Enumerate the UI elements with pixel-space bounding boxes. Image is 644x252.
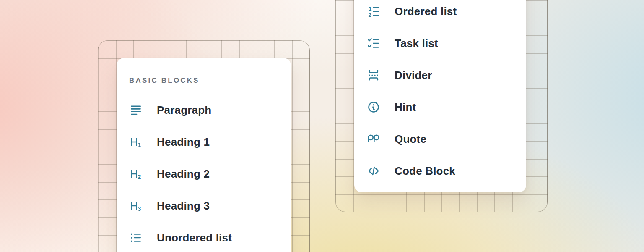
svg-text:2: 2	[138, 173, 141, 180]
menu-item-label: Ordered list	[395, 5, 457, 18]
menu-item-label: Quote	[395, 133, 426, 146]
menu-item-heading-3[interactable]: 3 Heading 3	[129, 199, 291, 213]
svg-text:2: 2	[369, 12, 371, 18]
svg-text:3: 3	[138, 205, 141, 212]
menu-item-hint[interactable]: Hint	[367, 100, 526, 114]
menu-item-code-block[interactable]: Code Block	[367, 164, 526, 178]
task-list-icon	[367, 37, 380, 50]
menu-item-task-list[interactable]: Task list	[367, 37, 526, 50]
menu-item-label: Task list	[395, 37, 438, 50]
divider-icon	[367, 68, 380, 82]
code-block-icon	[367, 164, 380, 178]
block-menu-basic-blocks: BASIC BLOCKS Paragraph 1 Heading 1 2 Hea…	[117, 58, 291, 252]
paragraph-icon	[129, 103, 143, 117]
heading-3-icon: 3	[129, 199, 143, 213]
menu-section-header: BASIC BLOCKS	[129, 76, 291, 85]
menu-item-label: Unordered list	[157, 231, 232, 244]
svg-text:1: 1	[138, 142, 141, 148]
heading-1-icon: 1	[129, 135, 143, 149]
menu-item-quote[interactable]: Quote	[367, 132, 526, 146]
hint-icon	[367, 100, 380, 114]
menu-item-label: Paragraph	[157, 104, 211, 117]
menu-item-label: Heading 1	[157, 136, 210, 149]
unordered-list-icon	[129, 231, 143, 244]
menu-item-paragraph[interactable]: Paragraph	[129, 103, 291, 117]
menu-item-label: Heading 3	[157, 200, 210, 213]
ordered-list-icon: 12	[367, 5, 380, 18]
menu-item-label: Hint	[395, 101, 416, 114]
menu-item-unordered-list[interactable]: Unordered list	[129, 231, 291, 244]
heading-2-icon: 2	[129, 167, 143, 181]
svg-text:1: 1	[369, 6, 371, 12]
menu-item-label: Divider	[395, 69, 432, 82]
menu-item-heading-2[interactable]: 2 Heading 2	[129, 167, 291, 181]
menu-item-ordered-list[interactable]: 12 Ordered list	[367, 5, 526, 18]
menu-item-divider[interactable]: Divider	[367, 68, 526, 82]
menu-item-label: Heading 2	[157, 168, 210, 181]
menu-item-label: Code Block	[395, 165, 455, 178]
block-menu-extended: 12 Ordered list Task list Divider	[354, 0, 526, 192]
menu-item-heading-1[interactable]: 1 Heading 1	[129, 135, 291, 149]
quote-icon	[367, 132, 380, 146]
